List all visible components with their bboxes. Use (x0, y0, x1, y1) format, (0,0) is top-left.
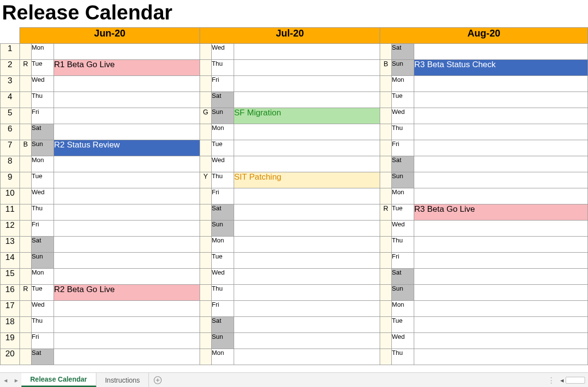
row-number[interactable]: 7 (0, 140, 20, 156)
event-cell[interactable] (414, 140, 588, 156)
row-number[interactable]: 17 (0, 301, 20, 317)
event-cell[interactable] (414, 349, 588, 365)
drag-handle-icon[interactable]: ⋮ (548, 376, 555, 385)
event-code[interactable]: R (20, 285, 32, 301)
event-cell[interactable] (54, 124, 200, 140)
event-code[interactable] (380, 333, 392, 349)
day-of-week[interactable]: Tue (392, 204, 414, 221)
event-cell[interactable] (54, 76, 200, 92)
row-number[interactable]: 4 (0, 92, 20, 108)
event-code[interactable] (20, 204, 32, 221)
event-code[interactable] (200, 349, 212, 365)
event-code[interactable] (20, 156, 32, 172)
event-cell[interactable] (234, 124, 380, 140)
sheet-nav-next-icon[interactable]: ▸ (11, 373, 21, 387)
day-of-week[interactable]: Sat (32, 349, 54, 365)
day-of-week[interactable]: Sat (32, 124, 54, 140)
event-cell[interactable] (54, 44, 200, 60)
day-of-week[interactable]: Sat (212, 317, 234, 333)
add-sheet-button[interactable] (149, 373, 166, 387)
event-code[interactable] (380, 221, 392, 237)
event-code[interactable] (380, 172, 392, 188)
event-cell[interactable] (54, 269, 200, 285)
event-code[interactable] (380, 44, 392, 60)
day-of-week[interactable]: Tue (32, 60, 54, 76)
day-of-week[interactable]: Mon (212, 349, 234, 365)
event-code[interactable] (200, 253, 212, 269)
event-code[interactable] (20, 317, 32, 333)
event-cell[interactable]: SF Migration (234, 108, 380, 124)
event-code[interactable] (200, 124, 212, 140)
row-number[interactable]: 5 (0, 108, 20, 124)
event-cell[interactable] (54, 301, 200, 317)
event-cell[interactable] (414, 237, 588, 253)
row-number[interactable]: 1 (0, 44, 20, 60)
event-code[interactable] (200, 285, 212, 301)
event-code[interactable] (20, 44, 32, 60)
event-cell[interactable] (234, 204, 380, 221)
event-cell[interactable] (234, 349, 380, 365)
event-cell[interactable]: R3 Beta Go Live (414, 204, 588, 221)
event-cell[interactable] (414, 269, 588, 285)
event-cell[interactable] (234, 285, 380, 301)
day-of-week[interactable]: Wed (392, 221, 414, 237)
day-of-week[interactable]: Fri (32, 333, 54, 349)
day-of-week[interactable]: Sat (392, 269, 414, 285)
day-of-week[interactable]: Wed (32, 76, 54, 92)
event-cell[interactable]: R2 Status Review (54, 140, 200, 156)
event-cell[interactable] (234, 237, 380, 253)
row-number[interactable]: 10 (0, 188, 20, 204)
event-cell[interactable]: R3 Beta Status Check (414, 60, 588, 76)
event-cell[interactable] (234, 301, 380, 317)
event-cell[interactable] (54, 172, 200, 188)
day-of-week[interactable]: Tue (32, 285, 54, 301)
day-of-week[interactable]: Wed (212, 156, 234, 172)
event-code[interactable]: R (380, 204, 392, 221)
event-code[interactable] (380, 301, 392, 317)
sheet-nav-prev-icon[interactable]: ◂ (0, 373, 11, 387)
event-cell[interactable] (234, 92, 380, 108)
row-number[interactable]: 15 (0, 269, 20, 285)
day-of-week[interactable]: Mon (32, 269, 54, 285)
event-code[interactable] (20, 172, 32, 188)
day-of-week[interactable]: Wed (392, 333, 414, 349)
day-of-week[interactable]: Mon (212, 124, 234, 140)
day-of-week[interactable]: Sun (212, 221, 234, 237)
horizontal-scrollbar[interactable] (566, 377, 585, 384)
event-code[interactable] (200, 76, 212, 92)
row-number[interactable]: 19 (0, 333, 20, 349)
event-code[interactable] (20, 76, 32, 92)
event-cell[interactable] (54, 253, 200, 269)
day-of-week[interactable]: Mon (392, 301, 414, 317)
day-of-week[interactable]: Thu (392, 124, 414, 140)
day-of-week[interactable]: Tue (392, 317, 414, 333)
day-of-week[interactable]: Tue (212, 140, 234, 156)
day-of-week[interactable]: Sun (392, 172, 414, 188)
day-of-week[interactable]: Tue (32, 172, 54, 188)
event-code[interactable]: B (20, 140, 32, 156)
event-code[interactable] (380, 269, 392, 285)
event-code[interactable]: G (200, 108, 212, 124)
event-cell[interactable] (414, 333, 588, 349)
event-cell[interactable] (414, 301, 588, 317)
event-code[interactable] (380, 76, 392, 92)
day-of-week[interactable]: Fri (392, 140, 414, 156)
day-of-week[interactable]: Thu (32, 317, 54, 333)
event-code[interactable] (380, 253, 392, 269)
event-cell[interactable] (414, 317, 588, 333)
event-code[interactable] (20, 188, 32, 204)
day-of-week[interactable]: Thu (392, 237, 414, 253)
day-of-week[interactable]: Mon (212, 237, 234, 253)
row-number[interactable]: 3 (0, 76, 20, 92)
event-cell[interactable] (54, 237, 200, 253)
day-of-week[interactable]: Fri (212, 76, 234, 92)
event-cell[interactable] (414, 108, 588, 124)
event-code[interactable] (200, 333, 212, 349)
event-code[interactable] (200, 156, 212, 172)
event-code[interactable] (380, 188, 392, 204)
event-cell[interactable]: R1 Beta Go Live (54, 60, 200, 76)
day-of-week[interactable]: Sat (212, 92, 234, 108)
event-code[interactable] (20, 333, 32, 349)
day-of-week[interactable]: Sun (212, 108, 234, 124)
event-code[interactable] (200, 140, 212, 156)
